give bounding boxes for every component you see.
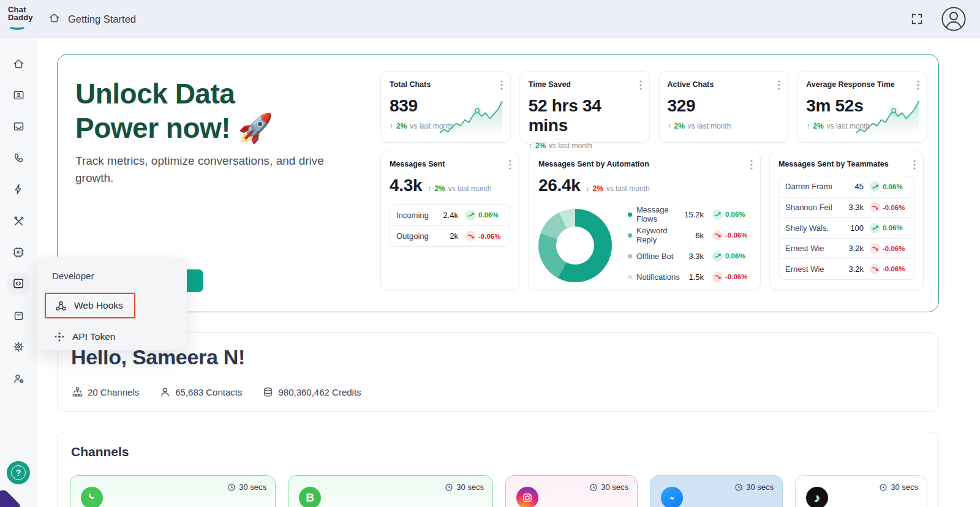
trend-wiggle-down-icon	[870, 202, 880, 212]
stat-card-time-saved: Time Saved 52 hrs 34 mins ↑ 2% vs last m…	[519, 71, 650, 143]
teammate-value: 3.2k	[848, 265, 864, 274]
sidebar-item-contacts[interactable]	[7, 84, 29, 106]
welcome-card: Hello, Sameera N! 20 Channels 65,683 Con…	[57, 332, 939, 412]
channel-card-messenger[interactable]: 30 secs	[650, 475, 783, 507]
row-value: 2.4k	[443, 211, 458, 220]
table-row: Shelly Wals. 100 0.06%	[779, 217, 914, 238]
messenger-icon	[661, 487, 683, 507]
legend-label: Keyword Reply	[636, 226, 680, 244]
legend-dot	[628, 275, 632, 279]
trend-wiggle-down-icon	[870, 264, 880, 274]
sidebar-item-inbox[interactable]	[7, 115, 29, 137]
sidebar-item-team[interactable]	[7, 367, 29, 389]
row-delta: 0.06%	[478, 211, 499, 219]
trend-percent: 2%	[535, 141, 546, 150]
clock-icon	[227, 483, 236, 492]
stat-title: Total Chats	[390, 80, 502, 89]
chatdaddy-logo[interactable]: Chat Daddy	[8, 6, 33, 30]
trend-percent: 2%	[813, 122, 823, 130]
teammate-delta: -0.06%	[883, 245, 905, 252]
teammate-delta: -0.06%	[883, 265, 905, 272]
trend-note: vs last month	[549, 141, 592, 150]
badge-label: 30 secs	[239, 483, 266, 492]
table-row: Incoming 2.4k 0.06%	[390, 205, 510, 225]
teammate-value: 3.2k	[848, 244, 864, 253]
credits-count: 980,360,462 Credits	[263, 387, 361, 397]
sidebar-item-tools[interactable]	[7, 210, 29, 232]
kebab-menu-icon[interactable]	[508, 159, 513, 173]
home-icon[interactable]	[48, 12, 61, 27]
phone-icon	[12, 151, 25, 164]
kebab-menu-icon[interactable]	[916, 79, 921, 94]
badge-label: 30 secs	[456, 483, 484, 492]
legend-label: Notifications	[636, 272, 680, 282]
kebab-menu-icon[interactable]	[499, 79, 504, 94]
credits-count-label: 980,360,462 Credits	[278, 387, 361, 397]
messages-breakdown-table: Incoming 2.4k 0.06% Outgoing 2k -0.06%	[390, 204, 510, 247]
stat-title: Average Response Time	[806, 80, 918, 89]
question-mark-icon: ?	[11, 465, 26, 480]
analytics-hero-card: Unlock DataPower now! 🚀 Track metrics, o…	[57, 54, 939, 312]
channels-card: Channels 30 secs 30 secs B 30 secs	[57, 432, 939, 507]
trend-percent: 2%	[674, 122, 685, 130]
menu-item-api-token[interactable]: API Token	[53, 331, 115, 343]
sidebar-item-home[interactable]	[7, 53, 29, 75]
contact-card-icon	[12, 89, 25, 102]
fullscreen-icon[interactable]	[910, 12, 924, 28]
teammate-delta: 0.06%	[883, 224, 903, 231]
svg-text:AI: AI	[17, 250, 21, 254]
legend-row: Keyword Reply 6k -0.06%	[628, 225, 750, 246]
whatsapp-icon	[81, 487, 103, 507]
hero-title: Unlock DataPower now! 🚀	[75, 77, 273, 145]
messages-sent-card: Messages Sent 4.3k ↑ 2% vs last month In…	[380, 151, 519, 290]
sidebar-item-automation[interactable]	[7, 178, 29, 200]
table-row: Outgoing 2k -0.06%	[390, 225, 510, 246]
table-row: Darren Frami 45 0.06%	[779, 176, 914, 197]
table-row: Ernest Wie 3.2k -0.06%	[779, 258, 914, 279]
menu-item-label: API Token	[72, 331, 115, 342]
sidebar-item-store[interactable]	[7, 304, 29, 326]
channel-card-tiktok[interactable]: 30 secs ♪	[795, 475, 927, 507]
kebab-menu-icon[interactable]	[912, 159, 917, 173]
database-icon	[263, 387, 273, 397]
kebab-menu-icon[interactable]	[638, 79, 643, 94]
developer-popup-menu: Developer Web Hooks API Token	[37, 257, 187, 350]
response-time-badge: 30 secs	[589, 483, 628, 492]
kebab-menu-icon[interactable]	[777, 79, 782, 94]
kebab-menu-icon[interactable]	[749, 159, 754, 173]
teammate-value: 45	[855, 182, 864, 191]
teammate-delta: -0.06%	[883, 204, 905, 211]
trend-up-icon: ↑	[668, 122, 671, 130]
tools-icon	[12, 215, 25, 228]
legend-row: Notifications 1.5k -0.06%	[628, 266, 750, 287]
teammate-name: Shannon Feil	[785, 203, 848, 212]
sidebar-item-ai[interactable]: AI	[7, 241, 29, 263]
trend-percent: 2%	[434, 184, 445, 193]
sidebar-item-calls[interactable]	[7, 146, 29, 168]
channels-title: Channels	[71, 445, 129, 459]
channel-card-instagram[interactable]: 30 secs	[505, 475, 638, 507]
sidebar-item-developer[interactable]	[7, 272, 29, 295]
legend-delta: 0.06%	[725, 252, 745, 260]
whatsapp-business-icon: B	[299, 487, 321, 507]
hero-subtitle: Track metrics, optimize conversations, a…	[75, 152, 339, 187]
help-button[interactable]: ?	[7, 461, 30, 484]
legend-dot	[628, 233, 632, 238]
teammate-name: Darren Frami	[785, 182, 855, 191]
menu-item-web-hooks[interactable]: Web Hooks	[45, 293, 135, 318]
badge-label: 30 secs	[746, 483, 774, 492]
channel-card-whatsapp-business[interactable]: 30 secs B	[288, 475, 493, 507]
teammate-value: 100	[850, 223, 864, 233]
stat-value: 52 hrs 34 mins	[529, 96, 641, 135]
channel-card-whatsapp[interactable]: 30 secs	[70, 475, 276, 507]
page-title: Getting Started	[68, 13, 136, 25]
trend-percent: 2%	[396, 122, 407, 130]
user-avatar[interactable]	[941, 6, 967, 34]
sidebar-item-settings[interactable]	[7, 336, 29, 358]
donut-chart	[538, 209, 612, 282]
clock-icon	[734, 483, 743, 492]
instagram-icon	[516, 487, 538, 507]
stat-title: Active Chats	[668, 80, 780, 89]
legend-row: Message Flows 15.2k 0.06%	[628, 204, 750, 225]
sidebar-nav: AI	[0, 38, 37, 507]
